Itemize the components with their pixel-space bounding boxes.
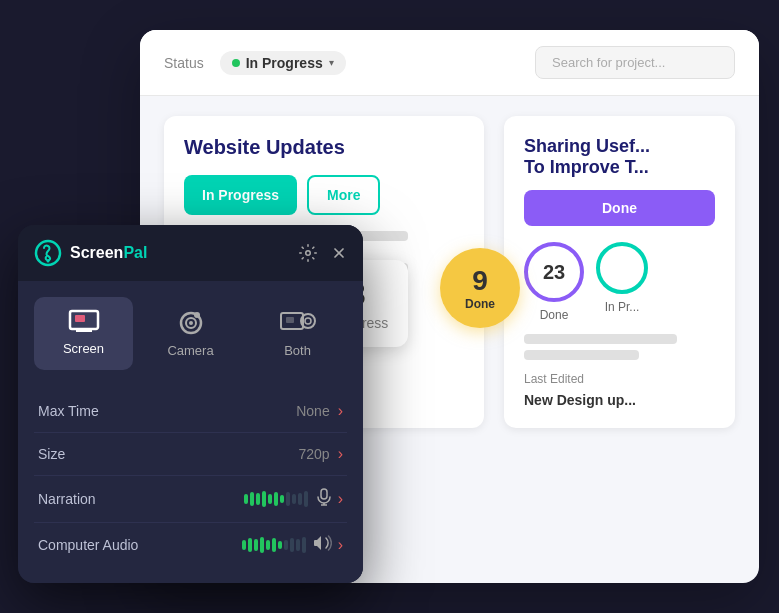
size-value: 720p <box>299 446 330 462</box>
sharing-title: Sharing Usef...To Improve T... <box>524 136 715 178</box>
meter-bar-11 <box>304 491 308 507</box>
narration-meter <box>244 491 308 507</box>
svg-point-11 <box>189 321 193 325</box>
status-badge[interactable]: In Progress ▾ <box>220 51 346 75</box>
circle-ring-inprogress <box>596 242 648 294</box>
sharing-blurred <box>524 334 715 360</box>
search-input[interactable]: Search for project... <box>535 46 735 79</box>
screenpal-header: ScreenPal <box>18 225 363 281</box>
ca-bar-10 <box>296 539 300 551</box>
ca-bar-7 <box>278 541 282 549</box>
svg-point-12 <box>194 312 200 318</box>
both-mode-button[interactable]: Both <box>248 297 347 370</box>
svg-point-16 <box>305 318 311 324</box>
sharing-card: Sharing Usef...To Improve T... Done 23 D… <box>504 116 735 428</box>
done-yellow-badge: 9 Done <box>440 248 520 328</box>
computer-audio-meter <box>242 537 306 553</box>
ca-bar-9 <box>290 538 294 552</box>
ca-bar-8 <box>284 540 288 550</box>
ca-bar-6 <box>272 538 276 552</box>
both-mode-label: Both <box>284 343 311 358</box>
circle-stat-done: 23 Done <box>524 242 584 322</box>
max-time-row[interactable]: Max Time None › <box>34 390 347 433</box>
camera-icon <box>175 309 207 335</box>
screenpal-logo: ScreenPal <box>34 239 147 267</box>
inprogress-stat-label: In Pr... <box>605 300 640 314</box>
svg-point-1 <box>47 260 50 263</box>
status-text: In Progress <box>246 55 323 71</box>
last-edited-value: New Design up... <box>524 392 715 408</box>
ca-bar-4 <box>260 537 264 553</box>
screen-icon <box>68 309 100 333</box>
narration-label: Narration <box>38 491 244 507</box>
meter-bar-1 <box>244 494 248 504</box>
max-time-label: Max Time <box>38 403 296 419</box>
ca-bar-5 <box>266 540 270 550</box>
speaker-icon <box>314 535 332 555</box>
svg-point-2 <box>306 251 311 256</box>
screen-mode-button[interactable]: Screen <box>34 297 133 370</box>
status-label: Status <box>164 55 204 71</box>
meter-bar-10 <box>298 493 302 505</box>
last-edited-section: Last Edited New Design up... <box>524 360 715 408</box>
ca-bar-11 <box>302 537 306 553</box>
wu-buttons: In Progress More <box>184 175 464 215</box>
circle-stats: 23 Done In Pr... <box>524 242 715 322</box>
status-dot <box>232 59 240 67</box>
screenpal-panel: ScreenPal <box>18 225 363 583</box>
circle-ring-done: 23 <box>524 242 584 302</box>
done-stat-label: Done <box>540 308 569 322</box>
ca-bar-1 <box>242 540 246 550</box>
narration-row[interactable]: Narration <box>34 476 347 523</box>
meter-bar-6 <box>274 492 278 506</box>
screen-mode-label: Screen <box>63 341 104 356</box>
screenpal-body: Screen Camera Bo <box>18 281 363 583</box>
mode-selector: Screen Camera Bo <box>34 297 347 370</box>
svg-rect-17 <box>321 489 327 499</box>
size-row[interactable]: Size 720p › <box>34 433 347 476</box>
wu-title: Website Updates <box>184 136 464 159</box>
meter-bar-9 <box>292 494 296 504</box>
meter-bar-5 <box>268 494 272 504</box>
chevron-down-icon: ▾ <box>329 57 334 68</box>
svg-rect-8 <box>75 315 85 322</box>
blur-line-s2 <box>524 350 639 360</box>
meter-bar-7 <box>280 495 284 503</box>
close-icon[interactable] <box>331 245 347 261</box>
ca-bar-3 <box>254 539 258 551</box>
in-progress-button[interactable]: In Progress <box>184 175 297 215</box>
computer-audio-label: Computer Audio <box>38 537 242 553</box>
camera-mode-label: Camera <box>167 343 213 358</box>
max-time-value: None <box>296 403 329 419</box>
size-chevron: › <box>338 445 343 463</box>
card-header: Status In Progress ▾ Search for project.… <box>140 30 759 96</box>
circle-stat-inprogress: In Pr... <box>596 242 648 322</box>
last-edited-label: Last Edited <box>524 372 715 386</box>
settings-icon[interactable] <box>299 244 317 262</box>
meter-bar-2 <box>250 492 254 506</box>
ca-bar-2 <box>248 538 252 552</box>
both-icon <box>280 309 316 335</box>
mic-icon <box>316 488 332 510</box>
computer-audio-row[interactable]: Computer Audio › <box>34 523 347 567</box>
max-time-chevron: › <box>338 402 343 420</box>
screenpal-logo-icon <box>34 239 62 267</box>
narration-chevron: › <box>338 490 343 508</box>
header-icons <box>299 244 347 262</box>
meter-bar-8 <box>286 492 290 506</box>
size-label: Size <box>38 446 299 462</box>
blur-line-s1 <box>524 334 677 344</box>
done-badge-number: 9 <box>472 265 488 297</box>
meter-bar-4 <box>262 491 266 507</box>
computer-audio-chevron: › <box>338 536 343 554</box>
camera-mode-button[interactable]: Camera <box>141 297 240 370</box>
screenpal-logo-text: ScreenPal <box>70 244 147 262</box>
done-badge-label: Done <box>465 297 495 311</box>
done-button[interactable]: Done <box>524 190 715 226</box>
more-button[interactable]: More <box>307 175 380 215</box>
svg-rect-14 <box>286 317 294 323</box>
meter-bar-3 <box>256 493 260 505</box>
